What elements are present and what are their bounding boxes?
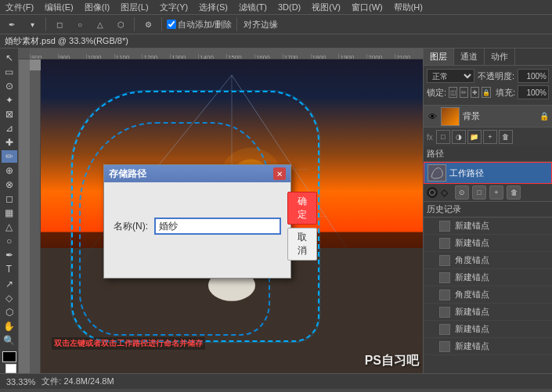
history-item-2[interactable]: 角度锚点 bbox=[424, 252, 552, 269]
layer-visibility-eye[interactable]: 👁 bbox=[427, 111, 438, 122]
add-layer-btn[interactable]: + bbox=[483, 130, 497, 144]
menu-image[interactable]: 图像(I) bbox=[82, 2, 112, 13]
menu-bar: 文件(F) 编辑(E) 图像(I) 图层(L) 文字(Y) 选择(S) 滤镜(T… bbox=[0, 0, 552, 14]
ruler-tick: 900 bbox=[58, 54, 86, 59]
align-edge-label: 对齐边缘 bbox=[242, 19, 280, 31]
history-item-5[interactable]: 新建锚点 bbox=[424, 304, 552, 321]
dialog-name-input[interactable] bbox=[154, 218, 281, 235]
foreground-color[interactable] bbox=[2, 351, 16, 363]
tool-zoom[interactable]: 🔍 bbox=[2, 334, 17, 347]
history-item-4[interactable]: 角度锚点 bbox=[424, 286, 552, 304]
path-tool-1[interactable]: ⊙ bbox=[455, 185, 469, 200]
opacity-input[interactable] bbox=[518, 69, 549, 83]
work-path-item[interactable]: 工作路径 bbox=[424, 162, 552, 184]
lock-all[interactable]: 🔒 bbox=[482, 87, 491, 98]
ruler-tick: 800 bbox=[30, 54, 58, 59]
add-adjustment-btn[interactable]: ◑ bbox=[452, 130, 466, 144]
menu-filter[interactable]: 滤镜(T) bbox=[236, 2, 269, 13]
history-panel: 历史记录 新建锚点 新建锚点 角度锚点 新建锚点 bbox=[424, 202, 552, 373]
lock-position[interactable]: ✚ bbox=[471, 87, 479, 98]
history-item-1[interactable]: 新建锚点 bbox=[424, 235, 552, 252]
lock-transparent[interactable]: ◫ bbox=[449, 87, 457, 98]
menu-3d[interactable]: 3D(D) bbox=[276, 2, 303, 12]
tool-dodge[interactable]: ○ bbox=[2, 235, 17, 247]
tool-shape3[interactable]: △ bbox=[92, 16, 109, 33]
history-item-label: 新建锚点 bbox=[455, 306, 489, 318]
history-item-3[interactable]: 新建锚点 bbox=[424, 269, 552, 286]
history-item-6[interactable]: 新建锚点 bbox=[424, 321, 552, 338]
tool-history-brush[interactable]: ⊗ bbox=[2, 178, 17, 191]
tool-shape2[interactable]: ○ bbox=[71, 16, 88, 33]
tool-lasso[interactable]: ⊙ bbox=[2, 80, 17, 92]
layer-item-background[interactable]: 👁 背景 🔒 bbox=[424, 106, 552, 128]
tab-layers[interactable]: 图层 bbox=[424, 49, 454, 65]
path-add-btn[interactable]: + bbox=[489, 185, 503, 200]
fill-label: 填充: bbox=[496, 87, 515, 99]
history-item-0[interactable]: 新建锚点 bbox=[424, 218, 552, 235]
path-circle-icon bbox=[427, 187, 438, 198]
tool-pen[interactable]: ✒ bbox=[3, 16, 20, 33]
main-area: ↖ ▭ ⊙ ✦ ⊠ ⊿ ✚ ✏ ⊕ ⊗ ◻ ▦ △ ○ ✒ T ↗ ◇ ⬡ ✋ … bbox=[0, 49, 552, 373]
tab-channels[interactable]: 通道 bbox=[454, 49, 485, 65]
auto-add-checkbox[interactable]: 自动添加/删除 bbox=[167, 19, 232, 31]
tool-shape[interactable]: ◇ bbox=[2, 292, 17, 304]
status-bar: 33.33% 文件: 24.8M/24.8M bbox=[0, 373, 552, 389]
menu-view[interactable]: 视图(V) bbox=[309, 2, 343, 13]
history-item-7[interactable]: 新建锚点 bbox=[424, 338, 552, 355]
tool-marquee[interactable]: ▭ bbox=[2, 66, 17, 78]
dialog-name-row: 名称(N): 确定 取消 bbox=[114, 192, 281, 261]
tab-actions[interactable]: 动作 bbox=[485, 49, 515, 65]
tool-gradient[interactable]: ▦ bbox=[2, 207, 17, 219]
layers-blend-section: 正常 不透明度: 锁定: ◫ ✏ ✚ 🔒 填充: bbox=[424, 66, 552, 106]
tool-eyedropper[interactable]: ⊿ bbox=[2, 122, 17, 135]
menu-layer[interactable]: 图层(L) bbox=[118, 2, 150, 13]
tool-crop[interactable]: ⊠ bbox=[2, 108, 17, 120]
menu-edit[interactable]: 编辑(E) bbox=[42, 2, 76, 13]
tool-brush[interactable]: ✏ bbox=[2, 150, 17, 163]
ruler-tick: 1100 bbox=[114, 54, 143, 59]
background-color[interactable] bbox=[5, 364, 16, 373]
lock-image[interactable]: ✏ bbox=[460, 87, 468, 98]
menu-file[interactable]: 文件(F) bbox=[3, 2, 36, 13]
tool-3d[interactable]: ⬡ bbox=[2, 306, 17, 318]
tool-healing[interactable]: ✚ bbox=[2, 136, 17, 149]
menu-text[interactable]: 文字(Y) bbox=[157, 2, 191, 13]
tool-pen-left[interactable]: ✒ bbox=[2, 249, 17, 261]
save-path-dialog: 存储路径 ✕ 名称(N): 确定 取消 bbox=[103, 164, 291, 279]
ruler-tick: 1400 bbox=[198, 54, 226, 59]
add-mask-btn[interactable]: □ bbox=[436, 130, 450, 144]
opacity-label: 不透明度: bbox=[478, 70, 514, 82]
tool-text[interactable]: T bbox=[2, 263, 17, 275]
canvas-wrapper[interactable]: 双击左键或者双击工作路径进行命名并储存 PS自习吧 存储路径 ✕ 名称(N): bbox=[30, 59, 423, 373]
delete-layer-btn[interactable]: 🗑 bbox=[499, 130, 513, 144]
tool-move[interactable]: ↖ bbox=[2, 52, 17, 64]
path-delete-btn[interactable]: 🗑 bbox=[507, 185, 521, 200]
tool-blur[interactable]: △ bbox=[2, 221, 17, 233]
file-tab-bar: 婚纱素材.psd @ 33.3%(RGB/8*) bbox=[0, 34, 552, 49]
dialog-close-button[interactable]: ✕ bbox=[273, 167, 286, 180]
menu-window[interactable]: 窗口(W) bbox=[349, 2, 385, 13]
tool-shape4[interactable]: ⬡ bbox=[112, 16, 129, 33]
path-tool-2[interactable]: □ bbox=[472, 185, 486, 200]
dialog-confirm-button[interactable]: 确定 bbox=[287, 192, 317, 225]
tool-path-select[interactable]: ↗ bbox=[2, 278, 17, 290]
paths-header: 路径 bbox=[424, 146, 552, 162]
menu-help[interactable]: 帮助(H) bbox=[391, 2, 425, 13]
tool-options[interactable]: ▾ bbox=[23, 16, 41, 33]
paths-title: 路径 bbox=[427, 148, 444, 160]
history-icon bbox=[439, 272, 450, 283]
add-group-btn[interactable]: 📁 bbox=[467, 130, 482, 144]
fill-input[interactable] bbox=[518, 85, 549, 99]
vertical-ruler bbox=[30, 70, 41, 373]
path-fill-icon[interactable]: ◇ bbox=[441, 187, 452, 198]
tool-magic-wand[interactable]: ✦ bbox=[2, 94, 17, 106]
tool-shape1[interactable]: ◻ bbox=[51, 16, 68, 33]
file-tab[interactable]: 婚纱素材.psd @ 33.3%(RGB/8*) bbox=[5, 35, 128, 47]
menu-select[interactable]: 选择(S) bbox=[197, 2, 230, 13]
dialog-cancel-button[interactable]: 取消 bbox=[287, 228, 317, 261]
tool-extra[interactable]: ⚙ bbox=[139, 16, 157, 33]
tool-hand[interactable]: ✋ bbox=[2, 320, 17, 333]
tool-clone[interactable]: ⊕ bbox=[2, 164, 17, 177]
blend-mode-select[interactable]: 正常 bbox=[427, 69, 474, 83]
tool-eraser[interactable]: ◻ bbox=[2, 192, 17, 205]
